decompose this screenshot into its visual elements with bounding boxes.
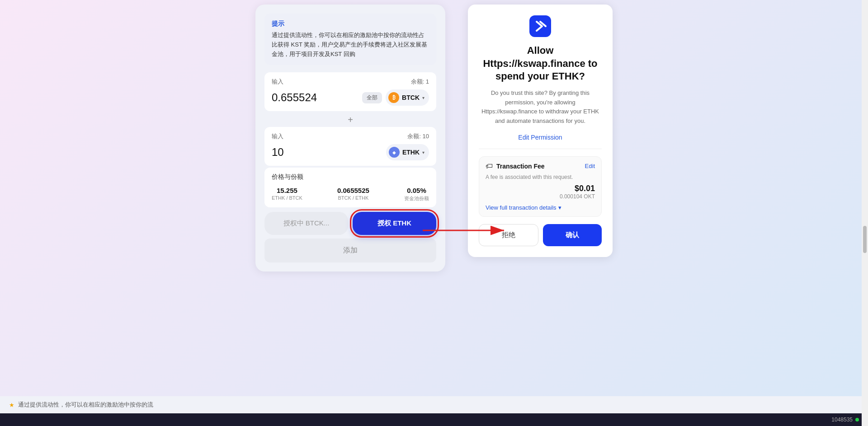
auth-ethk-button[interactable]: 授权 ETHK (353, 212, 436, 235)
auth-btck-button: 授权中 BTCK... (264, 212, 348, 235)
kswap-logo-icon (529, 15, 551, 37)
action-buttons: 拒绝 确认 (479, 224, 602, 246)
divider (479, 149, 602, 149)
price-item-3: 0.05% 资金池份额 (404, 187, 429, 202)
center-content: 提示 通过提供流动性，你可以在相应的激励池中按你的流动性占比获得 KST 奖励，… (255, 5, 613, 272)
price-title: 价格与份额 (272, 173, 429, 181)
input-value-2: 10 (272, 146, 284, 159)
input-value-row-2: 10 ◆ ETHK ▾ (272, 144, 429, 160)
price-item-2: 0.0655525 BTCK / ETHK (337, 187, 369, 202)
price-label-3: 资金池份额 (404, 195, 429, 202)
button-row: 授权中 BTCK... 授权 ETHK (264, 212, 436, 235)
kswap-logo (479, 15, 602, 37)
input-label-row-2: 输入 余额: 10 (272, 132, 429, 140)
fee-header: 🏷 Transaction Fee Edit (486, 162, 595, 170)
bottom-bar: 1048535 (0, 413, 868, 426)
plus-connector: + (264, 113, 436, 127)
scrollbar-area[interactable] (862, 0, 868, 426)
fee-usd: $0.01 (575, 184, 595, 193)
price-grid: 15.255 ETHK / BTCK 0.0655525 BTCK / ETHK… (272, 187, 429, 202)
chevron-down-icon-details: ▾ (558, 204, 561, 211)
price-value-2: 0.0655525 (337, 187, 369, 194)
price-value-1: 15.255 (277, 187, 297, 194)
edit-permission-link[interactable]: Edit Permission (518, 134, 562, 141)
scrollbar-thumb[interactable] (863, 226, 867, 253)
input-label-1: 输入 (272, 78, 283, 86)
fee-amount-row: $0.01 0.000104 OKT (486, 184, 595, 200)
permission-desc: Do you trust this site? By granting this… (479, 89, 602, 126)
token-selector-btck[interactable]: ₿ BTCK ▾ (386, 89, 429, 106)
star-icon: ★ (9, 402, 14, 408)
token-selector-ethk[interactable]: ◆ ETHK ▾ (386, 144, 429, 160)
fee-token: 0.000104 OKT (560, 193, 595, 200)
notice-box: 提示 通过提供流动性，你可以在相应的激励池中按你的流动性占比获得 KST 奖励，… (264, 14, 436, 65)
reject-button[interactable]: 拒绝 (479, 224, 538, 246)
add-button[interactable]: 添加 (264, 239, 436, 262)
input-label-row-1: 输入 余额: 1 (272, 78, 429, 86)
fee-title: Transaction Fee (496, 163, 545, 170)
confirm-button[interactable]: 确认 (543, 224, 602, 246)
view-details-link[interactable]: View full transaction details ▾ (486, 204, 595, 211)
price-section: 价格与份额 15.255 ETHK / BTCK 0.0655525 BTCK … (264, 168, 436, 207)
fee-section: 🏷 Transaction Fee Edit A fee is associat… (479, 156, 602, 217)
input-value-1: 0.655524 (272, 91, 317, 104)
price-label-2: BTCK / ETHK (338, 195, 369, 201)
fee-desc: A fee is associated with this request. (486, 174, 595, 180)
balance-2: 余额: 10 (407, 132, 429, 140)
bottom-footer: ★ 通过提供流动性，你可以在相应的激励池中按你的流 (0, 396, 862, 413)
input-controls-1: 全部 ₿ BTCK ▾ (362, 89, 429, 106)
price-label-1: ETHK / BTCK (272, 195, 302, 201)
price-value-3: 0.05% (407, 187, 426, 194)
status-dot (855, 418, 859, 421)
permission-panel: Allow Https://kswap.finance to spend you… (468, 5, 613, 257)
fee-edit-link[interactable]: Edit (585, 163, 595, 169)
edit-permission-container: Edit Permission (479, 133, 602, 141)
ethk-token-name: ETHK (402, 149, 420, 156)
chevron-down-icon-1: ▾ (422, 95, 425, 100)
notice-text: 通过提供流动性，你可以在相应的激励池中按你的流动性占比获得 KST 奖励，用户交… (272, 31, 429, 59)
input-section-2: 输入 余额: 10 10 ◆ ETHK ▾ (264, 127, 436, 166)
footer-text: 通过提供流动性，你可以在相应的激励池中按你的流 (18, 401, 153, 409)
input-section-1: 输入 余额: 1 0.655524 全部 ₿ BTCK ▾ (264, 72, 436, 111)
balance-1: 余额: 1 (411, 78, 429, 86)
notice-title: 提示 (272, 20, 429, 28)
price-item-1: 15.255 ETHK / BTCK (272, 187, 302, 202)
input-controls-2: ◆ ETHK ▾ (386, 144, 429, 160)
tag-icon: 🏷 (486, 162, 493, 170)
fee-title-row: 🏷 Transaction Fee (486, 162, 545, 170)
permission-title: Allow Https://kswap.finance to spend you… (479, 44, 602, 83)
bottom-status: 1048535 (831, 417, 859, 423)
ethk-icon: ◆ (389, 147, 400, 158)
status-number: 1048535 (831, 417, 853, 423)
btck-icon: ₿ (388, 92, 399, 103)
btck-token-name: BTCK (402, 94, 420, 101)
all-button-1[interactable]: 全部 (362, 92, 382, 103)
swap-panel: 提示 通过提供流动性，你可以在相应的激励池中按你的流动性占比获得 KST 奖励，… (255, 5, 445, 272)
input-label-2: 输入 (272, 132, 283, 140)
chevron-down-icon-2: ▾ (422, 150, 425, 155)
input-value-row-1: 0.655524 全部 ₿ BTCK ▾ (272, 89, 429, 106)
